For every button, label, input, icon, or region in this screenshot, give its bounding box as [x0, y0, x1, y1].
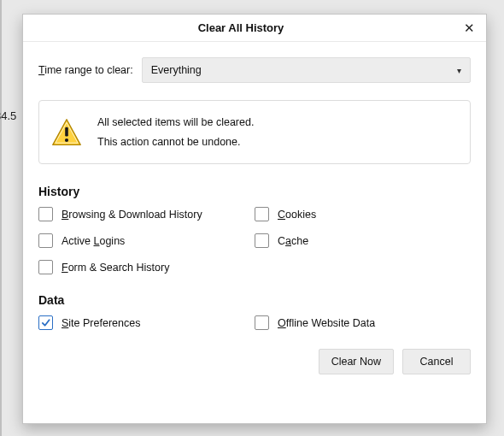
dialog-title: Clear All History	[23, 21, 459, 34]
dialog-content: Time range to clear: Everything ▾ All se…	[23, 42, 486, 386]
checkbox-box-cache[interactable]	[255, 233, 269, 248]
checkbox-active-logins[interactable]: Active Logins	[38, 233, 255, 248]
time-range-dropdown[interactable]: Everything ▾	[142, 57, 471, 83]
checkbox-label-form-search-history: Form & Search History	[62, 262, 169, 274]
svg-point-3	[65, 138, 68, 141]
checkbox-label-cache: Cache	[278, 235, 308, 247]
warning-line-1: All selected items will be cleared.	[97, 113, 254, 133]
background-partial-text: 34.5	[0, 109, 16, 122]
checkbox-label-offline-website-data: Offline Website Data	[278, 317, 375, 329]
warning-box: All selected items will be cleared. This…	[38, 100, 471, 164]
checkbox-box-cookies[interactable]	[255, 207, 269, 221]
time-range-label: Time range to clear:	[38, 64, 133, 76]
checkbox-form-search-history[interactable]: Form & Search History	[38, 260, 255, 274]
background-divider	[0, 0, 2, 436]
checkbox-label-browsing-download-history: Browsing & Download History	[62, 209, 202, 221]
dialog-titlebar: Clear All History ✕	[23, 15, 486, 42]
warning-icon	[51, 117, 82, 148]
checkbox-label-active-logins: Active Logins	[62, 235, 125, 247]
warning-text: All selected items will be cleared. This…	[97, 113, 254, 151]
warning-line-2: This action cannot be undone.	[97, 133, 254, 152]
checkbox-box-browsing-download-history[interactable]	[38, 207, 53, 221]
close-icon: ✕	[464, 21, 475, 36]
clear-now-button[interactable]: Clear Now	[319, 349, 394, 374]
clear-history-dialog: Clear All History ✕ Time range to clear:…	[22, 14, 487, 424]
checkbox-box-offline-website-data[interactable]	[255, 315, 269, 330]
checkbox-offline-website-data[interactable]: Offline Website Data	[255, 315, 471, 330]
history-checkbox-grid: Browsing & Download HistoryCookiesActive…	[38, 207, 471, 274]
checkbox-box-active-logins[interactable]	[38, 233, 53, 248]
data-section-title: Data	[38, 293, 471, 307]
checkbox-box-site-preferences[interactable]	[38, 315, 53, 330]
checkbox-site-preferences[interactable]: Site Preferences	[38, 315, 255, 330]
time-range-row: Time range to clear: Everything ▾	[38, 57, 471, 83]
history-section-title: History	[38, 185, 471, 198]
checkbox-cookies[interactable]: Cookies	[255, 207, 471, 221]
checkbox-label-cookies: Cookies	[278, 209, 316, 221]
close-button[interactable]: ✕	[459, 18, 479, 38]
cancel-button[interactable]: Cancel	[402, 349, 471, 374]
checkbox-box-form-search-history[interactable]	[38, 260, 53, 274]
time-range-value: Everything	[151, 64, 202, 76]
checkbox-cache[interactable]: Cache	[255, 233, 471, 248]
checkbox-label-site-preferences: Site Preferences	[62, 317, 140, 329]
checkbox-browsing-download-history[interactable]: Browsing & Download History	[38, 207, 255, 221]
chevron-down-icon: ▾	[457, 66, 461, 75]
data-checkbox-grid: Site PreferencesOffline Website Data	[38, 315, 471, 330]
svg-rect-2	[65, 127, 68, 136]
dialog-button-row: Clear Now Cancel	[38, 349, 471, 374]
